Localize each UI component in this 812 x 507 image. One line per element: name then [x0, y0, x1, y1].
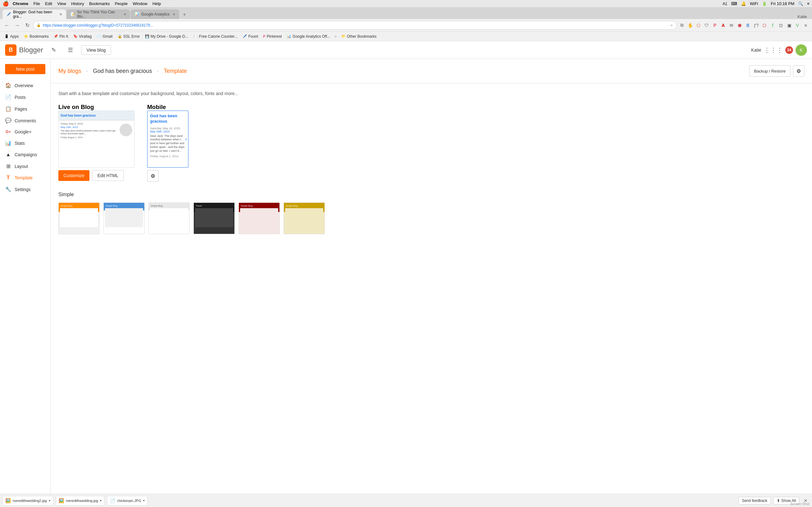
download-item-3[interactable]: 📄 chickenpic.JPG ▾	[107, 496, 148, 505]
template-item-2[interactable]: Simple Blog	[103, 203, 145, 234]
header-apps-icon[interactable]: ⋮⋮⋮	[764, 46, 783, 54]
backup-restore-button[interactable]: Backup / Restore	[749, 65, 791, 77]
notification-badge[interactable]: 34	[785, 46, 793, 54]
tab-soyouthink-close[interactable]: ✕	[123, 12, 126, 16]
template-item-5[interactable]: Simple Blog	[239, 203, 280, 234]
sidebar-item-template[interactable]: T Template	[0, 172, 50, 183]
ext-box[interactable]: B	[744, 21, 752, 29]
ext-feedly[interactable]: f	[769, 21, 776, 29]
bookmark-gmail[interactable]: ✉️ Gmail	[95, 34, 114, 39]
reload-button[interactable]: ↻	[23, 21, 32, 30]
bookmark-apps[interactable]: 📱 Apps	[3, 34, 20, 39]
ext-cast[interactable]: ▣	[785, 21, 793, 29]
ext-lastpass[interactable]: ⬡	[761, 21, 768, 29]
sidebar-item-pages[interactable]: 📋 Pages	[0, 103, 50, 114]
download-item-2[interactable]: 🖼️ meredithwedding.jpg ▾	[56, 496, 105, 505]
template-item-4[interactable]: Travel	[194, 203, 235, 234]
forward-button[interactable]: →	[13, 21, 21, 30]
view-blog-button[interactable]: View blog	[81, 45, 111, 55]
breadcrumb-separator: ·	[86, 68, 88, 74]
sidebar-item-comments[interactable]: 💬 Comments	[0, 115, 50, 126]
user-avatar[interactable]: K	[796, 44, 807, 56]
ext-font[interactable]: A	[719, 21, 727, 29]
bookmark-gmail-label: Gmail	[102, 34, 112, 39]
blogger-app: B Blogger ✎ ☰ View blog Katie ⋮⋮⋮ 34 K N…	[0, 41, 812, 507]
sidebar-item-layout[interactable]: ⊞ Layout	[0, 161, 50, 172]
template-item-6[interactable]: Simple Blog	[284, 203, 325, 234]
mobile-settings-button[interactable]: ⚙	[147, 170, 159, 181]
menu-window[interactable]: Window	[133, 1, 147, 6]
tab-analytics-close[interactable]: ✕	[172, 12, 175, 16]
bookmark-fount[interactable]: 🖊️ Fount	[241, 34, 260, 39]
customize-button[interactable]: Customize	[58, 170, 90, 181]
ext-hand[interactable]: ✋	[687, 21, 694, 29]
apple-menu[interactable]: 🍎	[3, 1, 9, 7]
posts-list-button[interactable]: ☰	[65, 44, 76, 56]
tab-blogger-close[interactable]: ✕	[59, 12, 62, 16]
ext-shield[interactable]: 🛡	[703, 21, 711, 29]
ext-pocket[interactable]: ⬟	[736, 21, 744, 29]
download-arrow-3[interactable]: ▾	[143, 499, 145, 502]
bookmark-gdrive[interactable]: 💾 My Drive - Google D...	[143, 34, 190, 39]
menu-file[interactable]: File	[33, 1, 40, 6]
sidebar-item-campaigns[interactable]: ▲ Campaigns	[0, 149, 50, 160]
menu-search-icon[interactable]: 🔍	[798, 1, 803, 6]
tab-analytics[interactable]: 📊 Google Analytics ✕	[131, 9, 179, 19]
download-arrow-1[interactable]: ▾	[49, 499, 50, 502]
ext-mail[interactable]: ✉	[728, 21, 735, 29]
bookmark-viraltag-icon: 🔖	[73, 34, 78, 38]
menu-people[interactable]: People	[115, 1, 128, 6]
new-tab-button[interactable]: +	[180, 10, 189, 19]
sidebar-item-settings[interactable]: 🔧 Settings	[0, 184, 50, 195]
menu-view[interactable]: View	[57, 1, 66, 6]
edit-html-button[interactable]: Edit HTML	[92, 170, 124, 181]
tab-soyouthink[interactable]: 📝 So You Think You Can Blo... ✕	[67, 9, 130, 19]
bookmark-bookmarks[interactable]: ⭐ Bookmarks	[22, 34, 50, 39]
blog-preview-thumbnail[interactable]: God has been gracious Friday, May 8, 201…	[58, 111, 135, 168]
simple-section-title: Simple	[58, 192, 804, 198]
bookmark-other[interactable]: 📁 Other Bookmarks	[339, 34, 378, 39]
template-item-1[interactable]: Simple Blog	[58, 203, 100, 234]
bookmark-gmail-icon: ✉️	[97, 34, 101, 38]
sidebar-item-overview[interactable]: 🏠 Overview	[0, 80, 50, 91]
bookmark-calorie[interactable]: 🍽️ Free Calorie Counter...	[192, 34, 240, 39]
bookmark-viraltag[interactable]: 🔖 Viraltag	[71, 34, 94, 39]
bookmark-ssl[interactable]: 🔒 SSL Error	[116, 34, 142, 39]
download-item-1[interactable]: 🖼️ meredithwedding2.jpg ▾	[3, 496, 53, 505]
edit-post-button[interactable]: ✎	[48, 44, 60, 56]
bookmark-analytics[interactable]: 📊 Google Analytics Off...	[285, 34, 332, 39]
mobile-preview-thumbnail[interactable]: God has been gracious Saturday, May 16, …	[147, 111, 189, 168]
menu-chrome[interactable]: Chrome	[13, 1, 28, 6]
bookmark-gdrive-label: My Drive - Google D...	[151, 34, 189, 39]
ext-share[interactable]: ⊡	[777, 21, 785, 29]
template-item-3[interactable]: Simple Blog	[148, 203, 190, 234]
star-icon[interactable]: ★	[670, 23, 673, 27]
bookmark-pinterest[interactable]: P Pinterest	[261, 34, 284, 39]
ext-more[interactable]: ≡	[802, 21, 809, 29]
sidebar-item-google-plus[interactable]: G+ Google+	[0, 127, 50, 137]
back-button[interactable]: ←	[3, 21, 11, 30]
tab-blogger[interactable]: 🖊️ Blogger: God has been gra... ✕	[3, 9, 66, 19]
ext-layers[interactable]: ⧉	[678, 21, 686, 29]
ext-stumble[interactable]: ⬡	[695, 21, 702, 29]
page-settings-button[interactable]: ⚙	[793, 65, 804, 77]
menu-notification-icon: 🔔	[741, 1, 746, 6]
my-blogs-link[interactable]: My blogs	[58, 68, 81, 74]
ext-f[interactable]: ƒ?	[752, 21, 760, 29]
bookmark-pinit[interactable]: 📌 Pin It	[52, 34, 70, 39]
menu-bookmarks[interactable]: Bookmarks	[89, 1, 110, 6]
sidebar-item-stats[interactable]: 📊 Stats	[0, 137, 50, 149]
sidebar-posts-icon: 📄	[5, 94, 11, 100]
screenshot-label: Screen Shot	[790, 502, 809, 506]
menu-help[interactable]: Help	[153, 1, 161, 6]
menu-edit[interactable]: Edit	[45, 1, 52, 6]
send-feedback-button[interactable]: Send feedback	[739, 497, 771, 504]
menu-control-icon[interactable]: ≡	[807, 1, 809, 6]
menu-history[interactable]: History	[71, 1, 84, 6]
new-post-button[interactable]: New post	[5, 64, 45, 74]
address-bar[interactable]: 🔒 https://www.blogger.com/blogger.g?blog…	[33, 21, 677, 30]
ext-viraltag[interactable]: V	[794, 21, 801, 29]
sidebar-item-posts[interactable]: 📄 Posts	[0, 92, 50, 103]
ext-pinterest[interactable]: P	[711, 21, 719, 29]
download-arrow-2[interactable]: ▾	[100, 499, 101, 502]
